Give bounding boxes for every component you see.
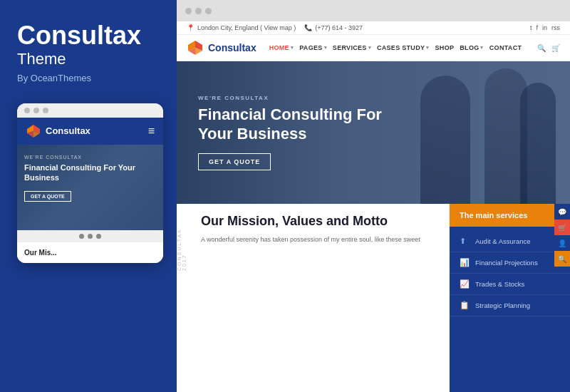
strategic-icon: 📋: [460, 301, 470, 310]
mobile-hero: WE'RE CONSULTAX Financial Consulting For…: [17, 145, 163, 230]
browser-dot-2: [195, 8, 202, 14]
mobile-dot-1: [24, 108, 30, 113]
floating-chat-button[interactable]: 💬: [554, 204, 570, 220]
service-item-strategic[interactable]: 📋 Strategic Planning: [450, 295, 570, 316]
mission-content: Our Mission, Values and Motto A wonderfu…: [201, 214, 435, 244]
left-panel: Consultax Theme By OceanThemes Consultax: [0, 0, 177, 392]
service-item-audit[interactable]: ⬆ Audit & Assurance: [450, 231, 570, 252]
floating-cart-button[interactable]: 🛒: [554, 220, 570, 235]
rss-icon[interactable]: rss: [551, 24, 560, 31]
floating-search-button[interactable]: 🔍: [554, 251, 570, 267]
site-topbar: 📍 London City, England ( View map ) 📞 (+…: [177, 21, 570, 35]
hero-tag: WE'RE CONSULTAX: [198, 95, 398, 101]
browser-dot-1: [185, 8, 192, 14]
nav-pages[interactable]: PAGES ▾: [299, 44, 327, 51]
linkedin-icon[interactable]: in: [542, 24, 547, 31]
financial-icon: 📊: [460, 258, 470, 267]
nav-home[interactable]: HOME ▾: [269, 44, 294, 51]
browser-body: 📍 London City, England ( View map ) 📞 (+…: [177, 21, 570, 392]
site-logo[interactable]: Consultax: [187, 39, 256, 56]
browser-dot-3: [205, 8, 212, 14]
audit-icon: ⬆: [460, 237, 470, 246]
twitter-icon[interactable]: t: [530, 24, 532, 31]
phone-icon: 📞: [304, 24, 312, 31]
services-header: The main services: [450, 204, 570, 227]
hamburger-icon[interactable]: ≡: [148, 125, 155, 137]
mobile-logo: Consultax: [26, 123, 90, 139]
nav-blog[interactable]: BLOG ▾: [460, 44, 484, 51]
nav-shop[interactable]: SHOP: [435, 44, 455, 51]
nav-cases-study[interactable]: CASES STUDY ▾: [377, 44, 430, 51]
service-name-trades: Trades & Stocks: [475, 280, 524, 288]
mobile-nav: Consultax ≡: [17, 118, 163, 145]
mobile-dot-3: [43, 108, 48, 113]
site-content: CONSULTAX 2017 Our Mission, Values and M…: [177, 204, 570, 392]
mobile-bottom-dot-2: [88, 234, 93, 239]
nav-services[interactable]: SERVICES ▾: [333, 44, 371, 51]
hero-person-1: [420, 76, 470, 204]
mobile-bottom-dot-1: [79, 234, 84, 239]
mobile-dot-2: [33, 108, 39, 113]
mobile-mockup: Consultax ≡ WE'RE CONSULTAX Financial Co…: [17, 103, 163, 263]
site-main: CONSULTAX 2017 Our Mission, Values and M…: [177, 204, 449, 392]
service-item-financial[interactable]: 📊 Financial Projections: [450, 252, 570, 274]
services-list: ⬆ Audit & Assurance 📊 Financial Projecti…: [450, 227, 570, 392]
site-logo-text: Consultax: [208, 42, 256, 53]
location-icon: 📍: [187, 24, 195, 31]
mobile-hero-title: Financial Consulting For Your Business: [24, 163, 156, 183]
mission-title: Our Mission, Values and Motto: [201, 214, 435, 229]
mobile-top-bar: [17, 103, 163, 118]
mobile-bottom-dot-3: [96, 234, 101, 239]
browser-chrome: [177, 0, 570, 21]
search-nav-icon[interactable]: 🔍: [537, 44, 546, 52]
topbar-left: 📍 London City, England ( View map ) 📞 (+…: [187, 24, 363, 31]
browser-panel: 📍 London City, England ( View map ) 📞 (+…: [177, 0, 570, 392]
mobile-hero-tag: WE'RE CONSULTAX: [24, 155, 156, 160]
cart-nav-icon[interactable]: 🛒: [551, 44, 560, 52]
topbar-location: London City, England ( View map ): [197, 24, 296, 31]
site-logo-icon: [187, 39, 204, 56]
theme-author: By OceanThemes: [17, 73, 160, 83]
facebook-icon[interactable]: f: [536, 24, 538, 31]
site-sidebar: The main services ⬆ Audit & Assurance 📊 …: [449, 204, 570, 392]
site-hero: WE'RE CONSULTAX Financial Consulting For…: [177, 61, 570, 204]
site-nav-items: HOME ▾ PAGES ▾ SERVICES ▾ CASES STUDY ▾ …: [269, 44, 532, 51]
site-nav-right: 🔍 🛒: [537, 44, 560, 52]
service-name-strategic: Strategic Planning: [475, 301, 530, 309]
theme-subtitle: Theme: [17, 50, 160, 68]
service-name-financial: Financial Projections: [475, 259, 538, 267]
hero-title: Financial Consulting For Your Business: [198, 105, 398, 143]
mission-text: A wonderful serenity has taken possessio…: [201, 235, 435, 245]
service-name-audit: Audit & Assurance: [475, 237, 531, 245]
site-navbar: Consultax HOME ▾ PAGES ▾ SERVICES ▾ CASE…: [177, 35, 570, 61]
nav-contact[interactable]: CONTACT: [489, 44, 522, 51]
mobile-hero-content: WE'RE CONSULTAX Financial Consulting For…: [24, 155, 156, 202]
topbar-phone: (+77) 614 - 3927: [315, 24, 363, 31]
service-item-trades[interactable]: 📈 Trades & Stocks: [450, 274, 570, 295]
theme-title: Consultax: [17, 21, 160, 50]
floating-buttons: 💬 🛒 👤 🔍: [554, 204, 570, 392]
mobile-get-quote-button[interactable]: GET A QUOTE: [24, 191, 71, 202]
mobile-bottom-bar: [17, 230, 163, 242]
topbar-right: t f in rss: [530, 24, 560, 31]
mobile-logo-text: Consultax: [46, 125, 90, 136]
mobile-mission-preview: Our Mis...: [17, 242, 163, 263]
trades-icon: 📈: [460, 279, 470, 289]
hero-get-quote-button[interactable]: GET A QUOTE: [198, 153, 271, 170]
site-hero-content: WE'RE CONSULTAX Financial Consulting For…: [198, 95, 398, 170]
floating-user-button[interactable]: 👤: [554, 235, 570, 251]
mobile-logo-icon: [26, 123, 41, 139]
hero-person-3: [520, 83, 556, 204]
mobile-mission-title: Our Mis...: [24, 248, 156, 257]
consultax-label: CONSULTAX 2017: [177, 214, 187, 271]
